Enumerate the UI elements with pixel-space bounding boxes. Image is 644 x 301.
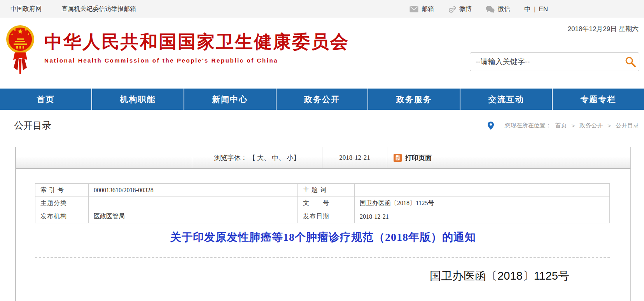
print-page-button[interactable]: 打印页面: [394, 153, 432, 162]
print-icon: [394, 154, 402, 162]
font-size-label: 浏览字体：: [214, 153, 247, 162]
breadcrumb-home[interactable]: 首页: [555, 122, 567, 129]
national-emblem-icon: [5, 24, 35, 77]
bracket-open: 【: [249, 153, 256, 162]
nav-item-functions[interactable]: 机构职能: [91, 89, 184, 110]
meta-value-index-no: 000013610/2018-00328: [89, 184, 298, 197]
mail-icon: [410, 6, 418, 12]
breadcrumb-current[interactable]: 公开目录: [616, 122, 639, 129]
meta-value-issuing-agency: 医政医管局: [89, 210, 298, 223]
meta-value-doc-number: 国卫办医函〔2018〕1125号: [355, 197, 610, 210]
lang-zh-button[interactable]: 中: [524, 5, 531, 14]
location-pin-icon: [488, 122, 494, 130]
logo-text: 中华人民共和国国家卫生健康委员会 National Health Commiss…: [44, 24, 349, 64]
nav-item-gov-services[interactable]: 政务服务: [368, 89, 460, 110]
meta-value-topic-category: [89, 197, 298, 210]
breadcrumb-gov-disclosure[interactable]: 政务公开: [579, 122, 603, 129]
breadcrumb-separator: >: [571, 122, 575, 129]
top-utility-bar: 中国政府网 直属机关纪委信访举报邮箱 邮箱 微博 微信: [0, 0, 644, 18]
nav-item-special-topics[interactable]: 专题专栏: [552, 89, 644, 110]
lang-en-button[interactable]: EN: [539, 5, 548, 13]
size-separator: 、: [278, 153, 285, 162]
content-box: 浏览字体： 【 大、 中、 小】 2018-12-21 打印页面 索 引 号 0: [15, 147, 631, 301]
publish-date: 2018-12-21: [322, 147, 387, 168]
main-nav: 首页 机构职能 新闻中心 政务公开 政务服务 交流互动 专题专栏: [0, 89, 644, 110]
article-toolbar: 浏览字体： 【 大、 中、 小】 2018-12-21 打印页面: [16, 147, 630, 169]
table-row: 索 引 号 000013610/2018-00328 主 题 词: [35, 184, 610, 197]
table-row: 主题分类 文 号 国卫办医函〔2018〕1125号: [35, 197, 610, 210]
weibo-label: 微博: [459, 5, 472, 13]
dashed-divider: [35, 258, 610, 258]
font-size-large-button[interactable]: 大: [257, 153, 264, 162]
site-title-cn: 中华人民共和国国家卫生健康委员会: [44, 31, 349, 52]
mail-label: 邮箱: [422, 5, 434, 13]
bracket-close: 】: [294, 153, 300, 162]
toolbar-print-cell: 打印页面: [387, 147, 630, 168]
page-header-row: 公开目录 您现在所在位置： 首页 > 政务公开 > 公开目录: [0, 110, 644, 147]
nav-item-news[interactable]: 新闻中心: [184, 89, 276, 110]
meta-label-doc-number: 文 号: [298, 197, 355, 210]
meta-label-issuing-agency: 发布机构: [35, 210, 89, 223]
search-input[interactable]: [470, 52, 639, 71]
breadcrumb: 您现在所在位置： 首页 > 政务公开 > 公开目录: [488, 122, 639, 130]
page: 中国政府网 直属机关纪委信访举报邮箱 邮箱 微博 微信: [0, 0, 644, 301]
font-size-control: 浏览字体： 【 大、 中、 小】: [192, 147, 322, 168]
link-discipline-mailbox[interactable]: 直属机关纪委信访举报邮箱: [61, 5, 136, 13]
print-page-label: 打印页面: [405, 153, 432, 162]
document-metadata-table: 索 引 号 000013610/2018-00328 主 题 词 主题分类 文 …: [35, 183, 610, 223]
meta-label-subject-words: 主 题 词: [298, 184, 355, 197]
search-icon: [625, 56, 636, 68]
meta-value-publish-date: 2018-12-21: [355, 210, 610, 223]
meta-value-subject-words: [355, 184, 610, 197]
weibo-icon: [448, 5, 456, 13]
wechat-link[interactable]: 微信: [486, 5, 510, 13]
meta-label-index-no: 索 引 号: [35, 184, 89, 197]
language-switch: 中 | EN: [524, 5, 548, 14]
toolbar-spacer: [16, 147, 192, 168]
site-title-en: National Health Commission of the People…: [44, 57, 349, 64]
nav-item-interaction[interactable]: 交流互动: [460, 89, 552, 110]
site-header: 中华人民共和国国家卫生健康委员会 National Health Commiss…: [0, 18, 644, 89]
lang-separator: |: [534, 5, 536, 13]
document-number: 国卫办医函〔2018〕1125号: [16, 268, 630, 284]
search-button[interactable]: [624, 56, 637, 69]
article-title: 关于印发原发性肺癌等18个肿瘤诊疗规范（2018年版）的通知: [16, 230, 630, 245]
wechat-icon: [486, 5, 495, 13]
breadcrumb-prefix: 您现在所在位置：: [504, 122, 551, 129]
nav-item-home[interactable]: 首页: [0, 89, 91, 110]
topbar-right-group: 邮箱 微博 微信 中 | EN: [410, 0, 548, 18]
meta-label-topic-category: 主题分类: [35, 197, 89, 210]
size-separator: 、: [264, 153, 270, 162]
font-size-small-button[interactable]: 小: [287, 153, 294, 162]
nav-item-gov-disclosure[interactable]: 政务公开: [276, 89, 368, 110]
link-gov-cn[interactable]: 中国政府网: [10, 5, 42, 13]
breadcrumb-separator: >: [607, 122, 611, 129]
site-logo[interactable]: 中华人民共和国国家卫生健康委员会 National Health Commiss…: [5, 24, 349, 77]
wechat-label: 微信: [498, 5, 510, 13]
mail-link[interactable]: 邮箱: [410, 5, 434, 13]
search-box: [470, 52, 639, 71]
font-size-medium-button[interactable]: 中: [272, 153, 278, 162]
meta-label-publish-date: 发布日期: [298, 210, 355, 223]
current-date: 2018年12月29日 星期六: [568, 24, 639, 33]
weibo-link[interactable]: 微博: [448, 5, 472, 13]
table-row: 发布机构 医政医管局 发布日期 2018-12-21: [35, 210, 610, 223]
page-title: 公开目录: [14, 119, 51, 132]
